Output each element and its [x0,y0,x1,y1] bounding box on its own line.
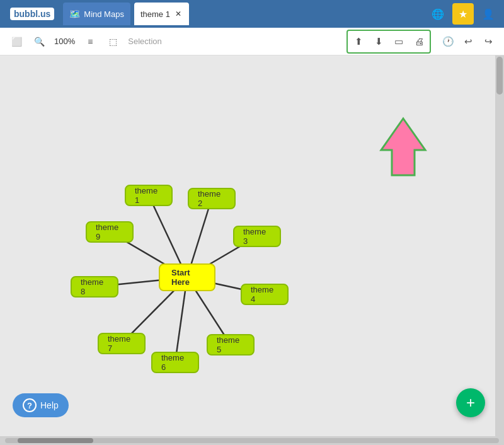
screen-icon: ▭ [394,36,403,47]
node-theme6-label: theme 6 [161,353,189,372]
node-theme2-label: theme 2 [198,189,226,208]
toolbar: ⬜ 🔍 100% ≡ ⬚ Selection ⬆ ⬇ ▭ 🖨 🕐 ↩ ↪ [0,28,504,55]
top-navigation-bar: bubbl.us 🗺️ Mind Maps theme 1 ✕ 🌐 ★ 👤 [0,0,504,28]
frame-button[interactable]: ⬜ [6,32,26,52]
logo[interactable]: bubbl.us [10,8,54,20]
action-group: ⬆ ⬇ ▭ 🖨 [346,30,431,54]
frame-icon: ⬜ [11,37,22,47]
theme1-tab-label: theme 1 [140,9,170,19]
undo-icon: ↩ [464,36,472,47]
node-theme7[interactable]: theme 7 [98,333,146,354]
node-theme5-label: theme 5 [217,335,244,354]
help-icon: ? [23,398,37,412]
zoom-icon: 🔍 [34,37,45,47]
fullscreen-button[interactable]: ▭ [389,32,408,51]
menu-button[interactable]: ≡ [80,32,100,52]
center-node-label: Start Here [171,268,203,287]
star-icon: ★ [459,8,467,20]
selection-mode-button[interactable]: ⬚ [103,32,123,52]
star-button[interactable]: ★ [452,3,474,25]
print-icon: 🖨 [415,36,424,47]
bottom-scrollbar-bar [0,436,504,445]
node-theme9[interactable]: theme 9 [86,221,134,243]
node-theme4-label: theme 4 [251,285,278,304]
selection-icon: ⬚ [109,37,117,47]
tab-mindmaps[interactable]: 🗺️ Mind Maps [63,3,130,25]
add-button[interactable]: + [456,388,485,417]
selection-label: Selection [128,37,161,46]
globe-icon: 🌐 [432,8,444,20]
canvas-area[interactable]: Start Here theme 1 theme 2 theme 3 theme… [0,55,504,436]
horizontal-scrollbar[interactable] [5,438,499,443]
vertical-scrollbar[interactable] [495,55,504,436]
zoom-button[interactable]: 🔍 [29,32,49,52]
print-button[interactable]: 🖨 [410,32,428,51]
node-theme3-label: theme 3 [243,227,271,246]
download-icon: ⬇ [375,36,383,47]
share-icon: ⬆ [355,36,363,47]
user-icon: 👤 [482,8,495,20]
horizontal-scrollbar-thumb[interactable] [18,438,93,443]
undo-button[interactable]: ↩ [459,32,478,51]
globe-button[interactable]: 🌐 [427,3,449,25]
svg-marker-9 [381,118,425,175]
node-theme6[interactable]: theme 6 [151,352,199,373]
share-button[interactable]: ⬆ [349,32,368,51]
help-label: Help [40,400,59,410]
history-icon: 🕐 [442,36,454,47]
node-theme8[interactable]: theme 8 [71,276,118,298]
tab-theme1[interactable]: theme 1 ✕ [134,3,189,25]
user-button[interactable]: 👤 [478,3,499,25]
node-theme1[interactable]: theme 1 [125,185,173,206]
mindmaps-tab-icon: 🗺️ [69,9,80,19]
scrollbar-thumb[interactable] [496,57,503,95]
add-icon: + [466,394,475,412]
redo-button[interactable]: ↪ [479,32,498,51]
node-theme2[interactable]: theme 2 [188,188,236,209]
logo-area[interactable]: bubbl.us [5,8,59,20]
mindmaps-tab-label: Mind Maps [84,9,124,19]
node-theme4[interactable]: theme 4 [241,284,289,305]
download-button[interactable]: ⬇ [369,32,388,51]
menu-icon: ≡ [88,37,93,47]
node-theme1-label: theme 1 [135,186,163,205]
arrow-indicator [378,115,428,178]
node-theme5[interactable]: theme 5 [207,334,255,355]
node-theme8-label: theme 8 [81,277,108,296]
close-tab-icon[interactable]: ✕ [174,8,183,20]
redo-icon: ↪ [484,36,493,47]
node-theme7-label: theme 7 [108,334,135,353]
node-theme3[interactable]: theme 3 [233,226,281,247]
zoom-level: 100% [52,37,77,46]
center-node[interactable]: Start Here [159,263,215,291]
node-theme9-label: theme 9 [96,222,123,241]
help-button[interactable]: ? Help [13,393,69,417]
right-actions: 🕐 ↩ ↪ [438,32,498,51]
history-button[interactable]: 🕐 [438,32,457,51]
